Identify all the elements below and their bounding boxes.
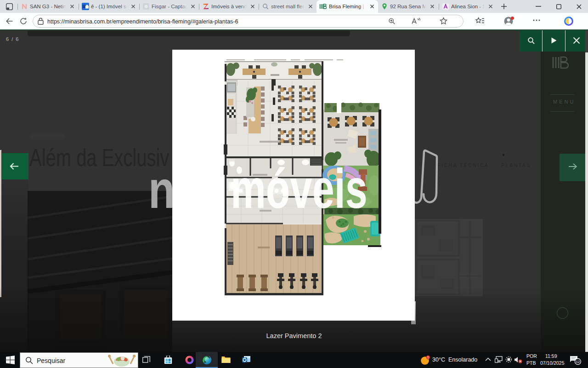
svg-text:1: 1	[427, 356, 429, 359]
svg-text:12: 12	[576, 360, 580, 364]
